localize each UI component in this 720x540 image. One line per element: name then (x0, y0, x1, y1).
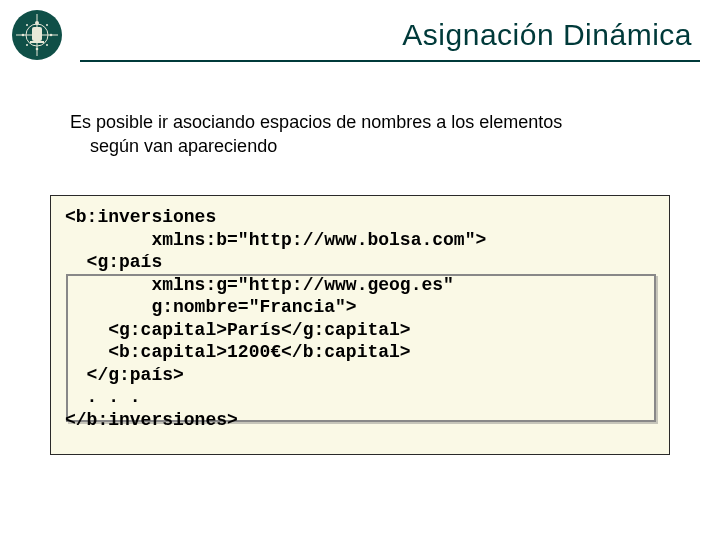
code-line-4: xmlns:g="http://www.geog.es" (65, 275, 454, 295)
svg-rect-5 (30, 41, 44, 43)
svg-point-11 (46, 24, 48, 26)
svg-point-13 (46, 44, 48, 46)
intro-text: Es posible ir asociando espacios de nomb… (70, 110, 660, 159)
title-underline (80, 60, 700, 62)
code-line-3: <g:país (65, 252, 162, 272)
svg-point-10 (26, 24, 28, 26)
code-line-10: </b:inversiones> (65, 410, 238, 430)
svg-point-8 (50, 34, 53, 37)
code-line-5: g:nombre="Francia"> (65, 297, 357, 317)
code-line-1: <b:inversiones (65, 207, 216, 227)
code-example-box: <b:inversiones xmlns:b="http://www.bolsa… (50, 195, 670, 455)
svg-rect-4 (32, 27, 42, 41)
code-line-2: xmlns:b="http://www.bolsa.com"> (65, 230, 486, 250)
svg-point-6 (35, 21, 39, 25)
code-line-9: . . . (65, 387, 141, 407)
code-line-8: </g:país> (65, 365, 184, 385)
intro-line-2: según van apareciendo (90, 136, 277, 156)
svg-point-12 (26, 44, 28, 46)
intro-line-1: Es posible ir asociando espacios de nomb… (70, 112, 562, 132)
institution-logo-icon (10, 8, 64, 62)
svg-point-9 (36, 48, 39, 51)
code-line-6: <g:capital>París</g:capital> (65, 320, 411, 340)
svg-point-7 (22, 34, 25, 37)
slide: Asignación Dinámica Es posible ir asocia… (0, 0, 720, 540)
code-line-7: <b:capital>1200€</b:capital> (65, 342, 411, 362)
slide-title: Asignación Dinámica (402, 18, 692, 52)
code-block: <b:inversiones xmlns:b="http://www.bolsa… (65, 206, 655, 431)
